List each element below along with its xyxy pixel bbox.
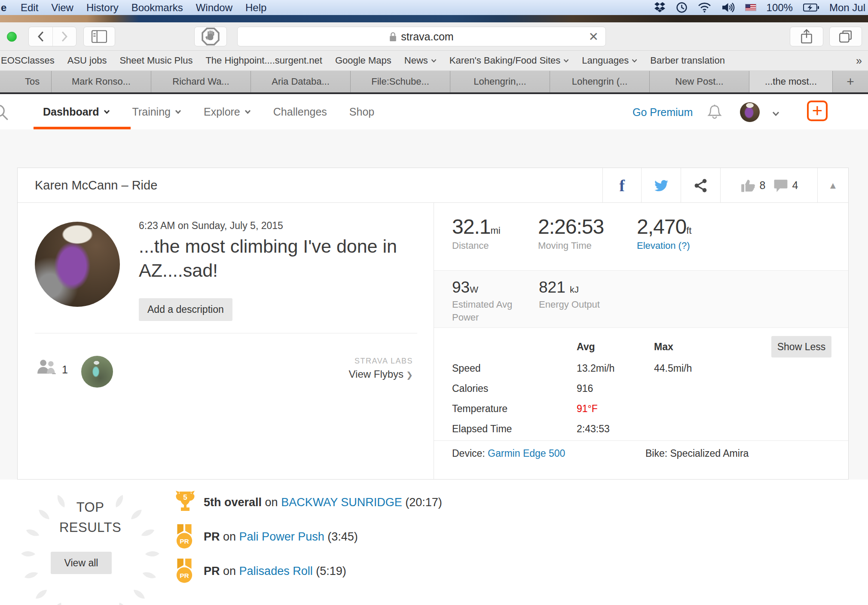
- menu-clock[interactable]: Mon Jul 6: [829, 2, 868, 14]
- kudos-count: 8: [760, 179, 766, 192]
- view-all-button[interactable]: View all: [51, 552, 112, 574]
- row-label: Speed: [452, 363, 555, 374]
- facebook-share-button[interactable]: f: [602, 168, 641, 203]
- chevron-right-icon: ❯: [406, 370, 413, 379]
- top-results-section: TOP RESULTS View all 5 5th overall on BA…: [0, 480, 868, 605]
- tab-new-post[interactable]: New Post...: [650, 71, 749, 92]
- us-flag-icon[interactable]: [745, 4, 756, 11]
- dropbox-icon[interactable]: [654, 2, 666, 13]
- nav-explore[interactable]: Explore: [204, 106, 251, 118]
- bookmark-folder-news[interactable]: News: [404, 55, 437, 66]
- traffic-light-green[interactable]: [7, 32, 17, 42]
- kudos-comments-cell: 8 4: [720, 168, 817, 203]
- app-menu-partial[interactable]: e: [1, 2, 8, 14]
- strava-nav-bar: Dashboard Training Explore Challenges Sh…: [0, 94, 868, 129]
- menu-window[interactable]: Window: [196, 2, 232, 14]
- content-blocker-button[interactable]: [194, 27, 227, 46]
- bookmark-sheet-music-plus[interactable]: Sheet Music Plus: [119, 55, 193, 66]
- achievement-row: PR PR on Pali Power Push (3:45): [175, 524, 442, 549]
- tab-file-schube[interactable]: File:Schube...: [351, 71, 450, 92]
- tab-label: Tos: [25, 76, 40, 87]
- device-link[interactable]: Garmin Edge 500: [488, 448, 565, 459]
- time-machine-icon[interactable]: [676, 2, 688, 13]
- notifications-button[interactable]: [706, 104, 723, 122]
- chevron-down-icon: [632, 59, 637, 63]
- nav-training[interactable]: Training: [132, 106, 181, 118]
- tab-mark-ronso[interactable]: Mark Ronso...: [52, 71, 151, 92]
- stat-distance: 32.1mi Distance: [452, 215, 501, 251]
- tab-tos[interactable]: Tos: [0, 71, 52, 92]
- share-activity-button[interactable]: [681, 168, 720, 203]
- tab-richard-wa[interactable]: Richard Wa...: [151, 71, 251, 92]
- add-description-button[interactable]: Add a description: [139, 298, 232, 321]
- tab-aria-databa[interactable]: Aria Databa...: [251, 71, 351, 92]
- stat-value: 2:26:53: [538, 215, 604, 238]
- tab-lohengrin-2[interactable]: Lohengrin (...: [550, 71, 650, 92]
- nav-dashboard[interactable]: Dashboard: [43, 106, 110, 118]
- back-button[interactable]: [29, 27, 52, 46]
- chevron-down-icon: [104, 110, 110, 114]
- address-bar[interactable]: strava.com ✕: [237, 27, 606, 46]
- chevron-down-icon[interactable]: [772, 111, 779, 116]
- menu-bookmarks[interactable]: Bookmarks: [131, 2, 183, 14]
- achievement-time: (5:19): [316, 565, 346, 578]
- top-results-title-line1: TOP: [26, 498, 155, 518]
- share-page-button[interactable]: [790, 27, 823, 46]
- kudoser-avatar[interactable]: [81, 356, 113, 388]
- activity-card-header: Karen McCann – Ride f 8 4 ▲: [18, 168, 848, 203]
- wifi-icon[interactable]: [698, 2, 711, 13]
- volume-icon[interactable]: [721, 2, 735, 13]
- tab-label: File:Schube...: [371, 76, 429, 87]
- sidebar-toggle-button[interactable]: [83, 27, 115, 46]
- nav-challenges[interactable]: Challenges: [273, 106, 327, 118]
- view-flybys-link[interactable]: View Flybys❯: [348, 368, 413, 380]
- history-nav-group: [28, 27, 76, 46]
- activity-card: Karen McCann – Ride f 8 4 ▲ 6:23 AM on S…: [17, 168, 849, 480]
- group-athletes-icon: [37, 358, 58, 376]
- stop-loading-button[interactable]: ✕: [589, 30, 599, 44]
- battery-icon[interactable]: [803, 3, 819, 12]
- bookmark-barber-translation[interactable]: Barber translation: [650, 55, 725, 66]
- show-tabs-button[interactable]: [829, 27, 862, 46]
- svg-text:5: 5: [183, 493, 187, 501]
- bookmark-google-maps[interactable]: Google Maps: [335, 55, 391, 66]
- go-premium-link[interactable]: Go Premium: [633, 106, 693, 119]
- bookmarks-overflow-button[interactable]: »: [856, 55, 861, 67]
- active-nav-underline: [34, 127, 131, 129]
- menu-view[interactable]: View: [51, 2, 73, 14]
- show-less-button[interactable]: Show Less: [771, 336, 831, 358]
- collapse-triangle-icon: ▲: [828, 180, 838, 191]
- strava-nav-items: Dashboard Training Explore Challenges Sh…: [43, 94, 374, 129]
- new-tab-button[interactable]: +: [833, 71, 868, 92]
- nav-shop[interactable]: Shop: [349, 106, 374, 118]
- tab-lohengrin-1[interactable]: Lohengrin,...: [450, 71, 550, 92]
- add-activity-button[interactable]: +: [807, 101, 828, 121]
- bookmark-asu-jobs[interactable]: ASU jobs: [67, 55, 107, 66]
- stat-est-avg-power: 93W Estimated Avg Power: [452, 278, 525, 324]
- bookmark-folder-languages[interactable]: Languages: [582, 55, 637, 66]
- bookmark-eosclasses[interactable]: EOSClasses: [1, 55, 55, 66]
- tabs-overview-icon: [839, 30, 853, 43]
- search-icon[interactable]: [0, 103, 10, 122]
- thumbs-up-icon[interactable]: [740, 179, 755, 192]
- tab-the-most-active[interactable]: ...the most...: [749, 71, 833, 92]
- flag-canton: [746, 4, 750, 8]
- bookmark-folder-karens-baking[interactable]: Karen's Baking/Food Sites: [449, 55, 569, 66]
- bookmark-highpoint[interactable]: The Highpoint....surgent.net: [205, 55, 322, 66]
- collapse-card-button[interactable]: ▲: [817, 168, 848, 203]
- comment-icon[interactable]: [773, 179, 788, 192]
- tab-label: Richard Wa...: [172, 76, 229, 87]
- url-text: strava.com: [401, 31, 453, 43]
- elevation-help-link[interactable]: Elevation (?): [637, 240, 691, 251]
- forward-button[interactable]: [52, 27, 76, 46]
- segment-link[interactable]: Palisades Roll: [239, 565, 313, 578]
- avatar[interactable]: [740, 102, 760, 122]
- segment-link[interactable]: Pali Power Push: [239, 530, 324, 543]
- athlete-avatar[interactable]: [35, 222, 120, 307]
- bookmark-label: EOSClasses: [1, 55, 55, 66]
- menu-edit[interactable]: Edit: [21, 2, 38, 14]
- twitter-share-button[interactable]: [641, 168, 681, 203]
- segment-link[interactable]: BACKWAY SUNRIDGE: [281, 496, 402, 509]
- menu-help[interactable]: Help: [245, 2, 266, 14]
- menu-history[interactable]: History: [86, 2, 119, 14]
